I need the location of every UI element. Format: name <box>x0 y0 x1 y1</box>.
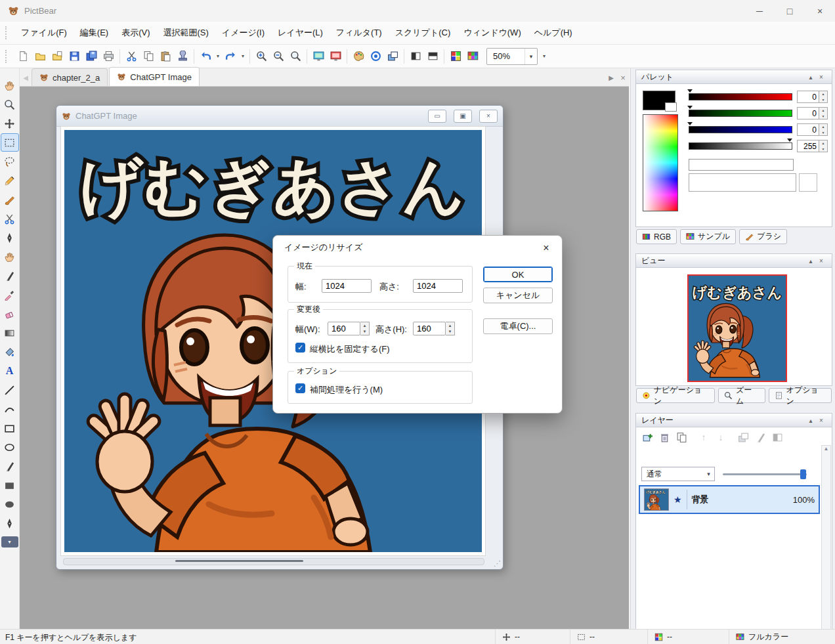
tab-zoom[interactable]: ズーム <box>718 388 765 403</box>
tab-sample[interactable]: サンプル <box>680 229 736 244</box>
canvas-h-scrollbar-thumb[interactable] <box>175 560 303 562</box>
palette-collapse-button[interactable]: ▴ <box>805 72 816 82</box>
doc-close-button[interactable]: × <box>479 110 498 123</box>
duplicate-layer-button[interactable] <box>674 430 689 444</box>
hand-tool[interactable] <box>1 76 19 95</box>
current-height-input[interactable] <box>413 279 463 293</box>
menu-script[interactable]: スクリプト(C) <box>389 23 458 43</box>
tab-scroll-right-button[interactable]: ▶ <box>605 69 617 86</box>
tab-options[interactable]: オプション <box>769 388 832 403</box>
copy-button[interactable] <box>140 48 157 65</box>
filled-ellipse-tool[interactable] <box>1 495 19 513</box>
browse-button[interactable] <box>49 48 66 65</box>
alpha-spinner[interactable]: ▲▼ <box>819 140 828 152</box>
new-width-spinner[interactable]: ▲▼ <box>360 322 370 335</box>
ok-button[interactable]: OK <box>483 267 553 282</box>
menu-filter[interactable]: フィルタ(T) <box>330 23 389 43</box>
layer-mask-button[interactable] <box>770 430 784 444</box>
current-color-well[interactable] <box>799 173 817 192</box>
palette-toggle-button[interactable] <box>350 48 367 65</box>
window-resize-grip[interactable]: ⋰ <box>494 559 501 568</box>
pencil-tool[interactable] <box>1 171 19 190</box>
palette-panel-header[interactable]: パレット ▴ × <box>635 70 832 84</box>
zoom-out-button[interactable] <box>270 48 287 65</box>
view-collapse-button[interactable]: ▴ <box>805 255 816 266</box>
blend-mode-select[interactable]: 通常 ▾ <box>641 467 715 481</box>
menu-selection[interactable]: 選択範囲(S) <box>157 23 215 43</box>
filled-rectangle-tool[interactable] <box>1 476 19 494</box>
delete-layer-button[interactable] <box>657 430 672 444</box>
document-window-titlebar[interactable]: ChatGPT Image ▭ ▣ × <box>56 106 503 127</box>
interpolation-checkbox[interactable]: ✓ <box>295 383 305 393</box>
tab-close-button[interactable]: × <box>617 69 629 86</box>
text-tool[interactable]: A <box>1 362 19 380</box>
rectangle-tool[interactable] <box>1 419 19 437</box>
new-height-spinner[interactable]: ▲▼ <box>446 322 455 335</box>
stamp-button[interactable] <box>174 48 191 65</box>
tab-chatgpt-image[interactable]: ChatGPT Image <box>109 67 200 86</box>
spin-down-icon[interactable]: ▼ <box>446 329 454 335</box>
new-layer-button[interactable] <box>640 430 654 444</box>
cancel-button[interactable]: キャンセル <box>483 288 553 303</box>
layer-close-button[interactable]: × <box>816 415 826 425</box>
layer-panel-header[interactable]: レイヤー ▴ × <box>635 413 832 427</box>
move-layer-down-button[interactable]: ↓ <box>714 430 728 444</box>
green-value-input[interactable] <box>797 107 819 119</box>
merge-layers-button[interactable] <box>736 430 750 444</box>
dropper-tool[interactable] <box>1 286 19 304</box>
green-spinner[interactable]: ▲▼ <box>819 107 828 119</box>
airbrush-tool[interactable] <box>1 267 19 285</box>
spin-up-icon[interactable]: ▲ <box>446 322 454 329</box>
lasso-tool[interactable] <box>1 152 19 171</box>
tab-scroll-left-button[interactable]: ◀ <box>20 69 32 86</box>
tab-navigation[interactable]: ナビゲーション <box>636 388 715 403</box>
fill-tool[interactable] <box>1 343 19 361</box>
maximize-button[interactable]: □ <box>775 0 805 22</box>
brightness-button[interactable] <box>424 48 441 65</box>
view-panel-header[interactable]: ビュー ▴ × <box>635 253 832 268</box>
redo-button[interactable] <box>222 48 239 65</box>
scroll-up-icon[interactable]: ▲ <box>824 446 829 452</box>
dialog-close-button[interactable]: × <box>538 241 554 255</box>
save-all-button[interactable] <box>83 48 100 65</box>
menu-view[interactable]: 表示(V) <box>115 23 156 43</box>
background-color-swatch[interactable] <box>665 102 677 112</box>
green-slider[interactable] <box>689 110 792 117</box>
minimize-button[interactable]: ─ <box>744 0 775 22</box>
saturation-preview-bar[interactable] <box>689 173 796 192</box>
smudge-tool[interactable] <box>1 247 19 266</box>
save-button[interactable] <box>66 48 83 65</box>
menu-edit[interactable]: 編集(E) <box>74 23 115 43</box>
tab-chapter-2-a[interactable]: chapter_2_a <box>32 68 108 86</box>
undo-dropdown-button[interactable]: ▾ <box>214 48 222 65</box>
blue-slider-marker[interactable] <box>687 122 693 125</box>
menu-layer[interactable]: レイヤー(L) <box>271 23 330 43</box>
cut-button[interactable] <box>123 48 140 65</box>
palette-grid-button[interactable] <box>447 48 464 65</box>
paste-button[interactable] <box>157 48 174 65</box>
menu-window[interactable]: ウィンドウ(W) <box>457 23 527 43</box>
red-value-input[interactable] <box>797 91 819 103</box>
line-tool[interactable] <box>1 381 19 399</box>
spin-down-icon[interactable]: ▼ <box>360 329 369 335</box>
canvas-h-scrollbar[interactable] <box>63 558 484 565</box>
blue-slider[interactable] <box>689 126 792 133</box>
undo-button[interactable] <box>197 48 214 65</box>
doc-restore-button[interactable]: ▣ <box>454 110 472 123</box>
dialog-titlebar[interactable]: イメージのリサイズ <box>273 236 562 259</box>
contrast-button[interactable] <box>407 48 424 65</box>
new-width-input[interactable] <box>328 322 360 335</box>
layer-list-scrollbar[interactable]: ▲ ▼ <box>821 445 831 637</box>
green-slider-marker[interactable] <box>687 106 693 109</box>
select-rect-tool[interactable] <box>1 133 19 152</box>
zoom-select[interactable]: 50% ▾ <box>486 48 538 65</box>
gradient-preview-bar[interactable] <box>689 159 794 171</box>
new-button[interactable] <box>14 48 32 65</box>
layers-toggle-button[interactable] <box>384 48 401 65</box>
hue-picker[interactable] <box>643 114 678 211</box>
alpha-slider[interactable] <box>689 142 792 150</box>
brush-tool[interactable] <box>1 190 19 209</box>
curve-tool[interactable] <box>1 400 19 418</box>
menu-grip[interactable] <box>5 26 9 39</box>
red-slider-marker[interactable] <box>687 89 693 93</box>
